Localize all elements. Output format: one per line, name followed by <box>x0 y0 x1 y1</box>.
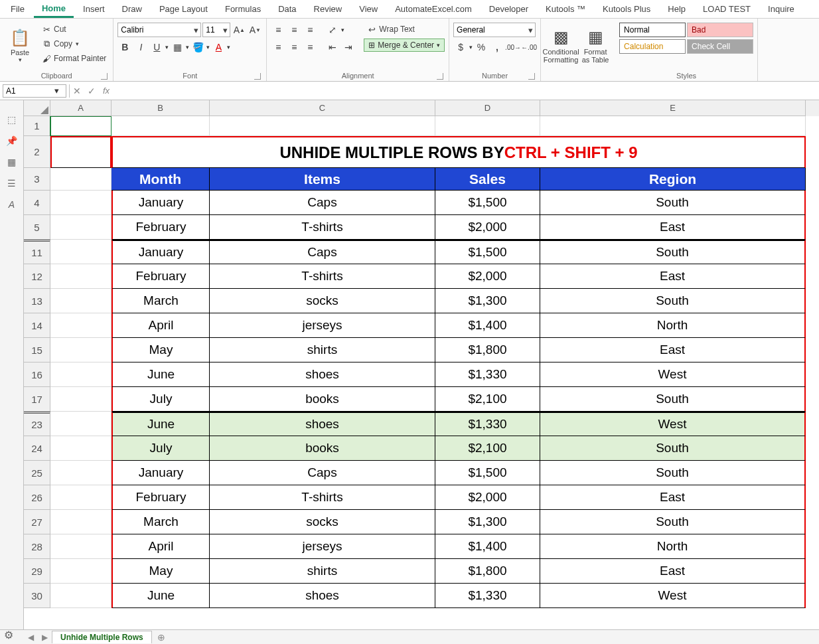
dialog-launcher-icon[interactable] <box>528 73 535 80</box>
cell[interactable] <box>50 338 112 362</box>
data-cell[interactable]: May <box>112 338 210 362</box>
cell[interactable] <box>50 313 112 338</box>
data-cell[interactable]: $1,300 <box>435 510 540 534</box>
data-cell[interactable]: jerseys <box>210 534 435 559</box>
cell[interactable] <box>210 116 435 136</box>
data-cell[interactable]: shoes <box>210 584 435 608</box>
chevron-down-icon[interactable]: ▾ <box>206 44 210 50</box>
cancel-formula-button[interactable]: ✕ <box>70 86 84 96</box>
cell[interactable] <box>50 485 112 510</box>
cell[interactable] <box>50 289 112 313</box>
decrease-decimal-button[interactable]: ←.00 <box>522 40 536 54</box>
fill-color-button[interactable]: 🪣 <box>190 40 205 54</box>
cell[interactable] <box>50 191 112 215</box>
cell[interactable] <box>50 387 112 412</box>
cell[interactable] <box>50 510 112 534</box>
data-cell[interactable]: January <box>112 461 210 485</box>
cell[interactable] <box>50 116 112 136</box>
cell[interactable] <box>50 240 112 264</box>
table-title[interactable]: UNHIDE MULTIPLE ROWS BY CTRL + SHIFT + 9 <box>112 136 806 168</box>
column-header[interactable]: C <box>210 100 435 116</box>
ribbon-tab-load-test[interactable]: LOAD TEST <box>695 1 759 17</box>
select-all-button[interactable] <box>24 100 50 116</box>
cell[interactable] <box>50 461 112 485</box>
data-cell[interactable]: jerseys <box>210 313 435 338</box>
data-cell[interactable]: $1,330 <box>435 584 540 608</box>
table-header[interactable]: Items <box>210 168 435 191</box>
ribbon-tab-page-layout[interactable]: Page Layout <box>151 1 216 17</box>
data-cell[interactable]: $1,300 <box>435 289 540 313</box>
cell[interactable] <box>50 136 112 168</box>
data-cell[interactable]: April <box>112 313 210 338</box>
sheet-nav-prev[interactable]: ◀ <box>24 633 38 642</box>
data-cell[interactable]: Caps <box>210 240 435 264</box>
conditional-formatting-button[interactable]: ▩Conditional Formatting <box>545 23 577 69</box>
chevron-down-icon[interactable]: ▾ <box>186 44 189 50</box>
italic-button[interactable]: I <box>133 40 148 54</box>
data-cell[interactable]: West <box>540 584 806 608</box>
data-cell[interactable]: $1,400 <box>435 313 540 338</box>
data-cell[interactable]: February <box>112 264 210 289</box>
data-cell[interactable]: shoes <box>210 362 435 387</box>
style-calculation[interactable]: Calculation <box>619 39 686 54</box>
data-cell[interactable]: East <box>540 559 806 584</box>
cell[interactable] <box>50 436 112 461</box>
format-as-table-button[interactable]: ▦Format as Table <box>579 23 611 69</box>
font-size-combo[interactable]: ▾ <box>202 23 230 37</box>
style-check-cell[interactable]: Check Cell <box>687 39 753 54</box>
row-header[interactable]: 30 <box>24 584 50 608</box>
gear-icon[interactable]: ⚙ <box>4 629 13 641</box>
cell[interactable] <box>50 412 112 436</box>
data-cell[interactable]: West <box>540 412 806 436</box>
font-color-button[interactable]: A <box>211 40 226 54</box>
ribbon-tab-file[interactable]: File <box>3 1 33 17</box>
row-header[interactable]: 27 <box>24 510 50 534</box>
text-icon[interactable]: A <box>6 199 18 210</box>
data-cell[interactable]: shirts <box>210 559 435 584</box>
data-cell[interactable]: March <box>112 510 210 534</box>
underline-button[interactable]: U <box>149 40 164 54</box>
percent-format-button[interactable]: % <box>474 40 488 54</box>
data-cell[interactable]: T-shirts <box>210 215 435 240</box>
table-header[interactable]: Month <box>112 168 210 191</box>
column-header[interactable]: B <box>112 100 210 116</box>
dialog-launcher-icon[interactable] <box>437 73 443 80</box>
chevron-down-icon[interactable]: ▾ <box>227 44 230 50</box>
add-sheet-button[interactable]: ⊕ <box>152 632 171 643</box>
row-header[interactable]: 25 <box>24 461 50 485</box>
row-header[interactable]: 14 <box>24 313 50 338</box>
data-cell[interactable]: books <box>210 436 435 461</box>
data-cell[interactable]: June <box>112 584 210 608</box>
ribbon-tab-data[interactable]: Data <box>270 1 304 17</box>
data-cell[interactable]: June <box>112 412 210 436</box>
cell[interactable] <box>540 116 806 136</box>
data-cell[interactable]: West <box>540 362 806 387</box>
list-icon[interactable]: ☰ <box>6 177 18 189</box>
column-header[interactable]: D <box>435 100 540 116</box>
dialog-launcher-icon[interactable] <box>101 73 108 80</box>
data-cell[interactable]: South <box>540 289 806 313</box>
ribbon-tab-draw[interactable]: Draw <box>114 1 150 17</box>
name-box-input[interactable] <box>3 86 51 96</box>
data-cell[interactable]: $1,500 <box>435 191 540 215</box>
data-cell[interactable]: East <box>540 264 806 289</box>
data-cell[interactable]: T-shirts <box>210 485 435 510</box>
ribbon-tab-home[interactable]: Home <box>34 1 74 18</box>
data-cell[interactable]: $2,000 <box>435 264 540 289</box>
copy-button[interactable]: ⧉Copy▾ <box>38 37 109 50</box>
ribbon-tab-view[interactable]: View <box>351 1 386 17</box>
row-header[interactable]: 15 <box>24 338 50 362</box>
align-bottom-button[interactable]: ≡ <box>303 23 317 37</box>
chevron-down-icon[interactable]: ▾ <box>469 44 473 50</box>
paste-button[interactable]: 📋 Paste ▾ <box>4 23 36 69</box>
data-cell[interactable]: $2,000 <box>435 215 540 240</box>
ribbon-tab-automateexcel-com[interactable]: AutomateExcel.com <box>387 1 480 17</box>
shrink-font-button[interactable]: A▼ <box>248 23 262 37</box>
sheet-tab[interactable]: Unhide Multiple Rows <box>52 631 152 643</box>
data-cell[interactable]: South <box>540 436 806 461</box>
row-header[interactable]: 11 <box>24 240 50 264</box>
data-cell[interactable]: February <box>112 215 210 240</box>
data-cell[interactable]: $1,500 <box>435 240 540 264</box>
data-cell[interactable]: Caps <box>210 461 435 485</box>
data-cell[interactable]: January <box>112 240 210 264</box>
